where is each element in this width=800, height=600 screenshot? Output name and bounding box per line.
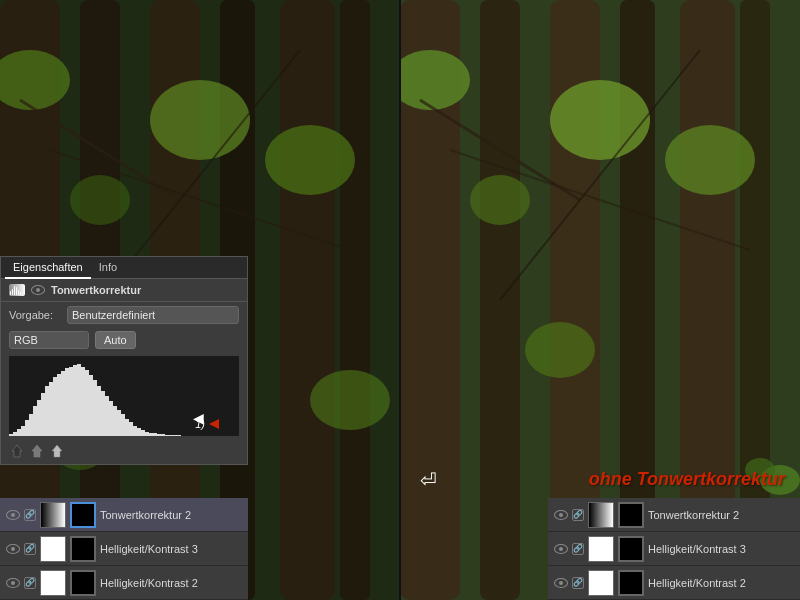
- right-layer-eye-2[interactable]: [554, 544, 568, 554]
- preset-label: Vorgabe:: [9, 309, 61, 321]
- visibility-toggle[interactable]: [31, 285, 45, 295]
- red-arrow-icon: [209, 419, 219, 429]
- svg-point-10: [265, 125, 355, 195]
- svg-point-26: [470, 175, 530, 225]
- annotation-number: 1): [195, 418, 205, 430]
- overlay-text: ohne Tonwertkorrektur: [589, 469, 785, 490]
- right-layer-row-1[interactable]: 🔗 Tonwertkorrektur 2: [548, 498, 800, 532]
- layer-row-3[interactable]: 🔗 Helligkeit/Kontrast 2: [0, 566, 248, 600]
- layer-mask-2: [70, 536, 96, 562]
- layer-name-3: Helligkeit/Kontrast 2: [100, 577, 242, 589]
- white-point-eyedropper[interactable]: [49, 444, 65, 460]
- svg-point-9: [70, 175, 130, 225]
- photo-left: Eigenschaften Info Tonwertkorrektur Vor: [0, 0, 400, 600]
- tab-info[interactable]: Info: [91, 257, 125, 279]
- layer-mask-3: [70, 570, 96, 596]
- svg-rect-5: [280, 0, 335, 600]
- panel-tabs: Eigenschaften Info: [1, 257, 247, 279]
- layer-thumb-1: [40, 502, 66, 528]
- tab-eigenschaften[interactable]: Eigenschaften: [5, 257, 91, 279]
- cursor-hand-icon: ⏎: [420, 468, 437, 492]
- preset-row: Vorgabe: Benutzerdefiniert: [1, 302, 247, 328]
- gray-point-eyedropper[interactable]: [29, 444, 45, 460]
- right-layer-thumb-1: [588, 502, 614, 528]
- right-layer-mask-1: [618, 502, 644, 528]
- right-layer-name-3: Helligkeit/Kontrast 2: [648, 577, 794, 589]
- layers-panel-right: 🔗 Tonwertkorrektur 2 🔗 Helligkeit/Kontra…: [548, 498, 800, 600]
- panel-title: Tonwertkorrektur: [51, 284, 239, 296]
- svg-point-25: [550, 80, 650, 160]
- right-layer-link-3[interactable]: 🔗: [572, 577, 584, 589]
- svg-rect-6: [340, 0, 370, 600]
- right-layer-link-2[interactable]: 🔗: [572, 543, 584, 555]
- svg-point-27: [665, 125, 755, 195]
- right-layer-mask-2: [618, 536, 644, 562]
- right-layer-thumb-2: [588, 536, 614, 562]
- layer-thumb-3: [40, 570, 66, 596]
- right-layer-row-3[interactable]: 🔗 Helligkeit/Kontrast 2: [548, 566, 800, 600]
- layer-link-1[interactable]: 🔗: [24, 509, 36, 521]
- right-layer-link-1[interactable]: 🔗: [572, 509, 584, 521]
- layer-eye-1[interactable]: [6, 510, 20, 520]
- levels-icon: [9, 284, 25, 296]
- right-layer-row-2[interactable]: 🔗 Helligkeit/Kontrast 3: [548, 532, 800, 566]
- layer-mask-1: [70, 502, 96, 528]
- panel-header: Tonwertkorrektur: [1, 279, 247, 302]
- channel-select[interactable]: RGB: [9, 331, 89, 349]
- layer-link-2[interactable]: 🔗: [24, 543, 36, 555]
- main-container: Eigenschaften Info Tonwertkorrektur Vor: [0, 0, 800, 600]
- right-layer-thumb-3: [588, 570, 614, 596]
- layer-link-3[interactable]: 🔗: [24, 577, 36, 589]
- right-layer-eye-3[interactable]: [554, 578, 568, 588]
- svg-point-28: [525, 322, 595, 378]
- right-layer-name-2: Helligkeit/Kontrast 3: [648, 543, 794, 555]
- layer-eye-3[interactable]: [6, 578, 20, 588]
- svg-point-8: [150, 80, 250, 160]
- layers-panel-left: 🔗 Tonwertkorrektur 2 🔗 Helligkeit/Kontra…: [0, 498, 248, 600]
- histogram-area: 1) ◀: [9, 356, 239, 436]
- layer-row-1[interactable]: 🔗 Tonwertkorrektur 2: [0, 498, 248, 532]
- properties-panel: Eigenschaften Info Tonwertkorrektur Vor: [0, 256, 248, 465]
- layer-thumb-2: [40, 536, 66, 562]
- photo-right: ohne Tonwertkorrektur ⏎ 🔗 Tonwertkorrekt…: [400, 0, 800, 600]
- preset-select[interactable]: Benutzerdefiniert: [67, 306, 239, 324]
- black-point-eyedropper[interactable]: [9, 444, 25, 460]
- panel-divider: [399, 0, 401, 600]
- right-layer-mask-3: [618, 570, 644, 596]
- layer-name-2: Helligkeit/Kontrast 3: [100, 543, 242, 555]
- auto-button[interactable]: Auto: [95, 331, 136, 349]
- svg-point-15: [310, 370, 390, 430]
- layer-row-2[interactable]: 🔗 Helligkeit/Kontrast 3: [0, 532, 248, 566]
- layer-eye-2[interactable]: [6, 544, 20, 554]
- channel-row: RGB Auto: [1, 328, 247, 352]
- layer-name-1: Tonwertkorrektur 2: [100, 509, 242, 521]
- right-layer-eye-1[interactable]: [554, 510, 568, 520]
- right-layer-name-1: Tonwertkorrektur 2: [648, 509, 794, 521]
